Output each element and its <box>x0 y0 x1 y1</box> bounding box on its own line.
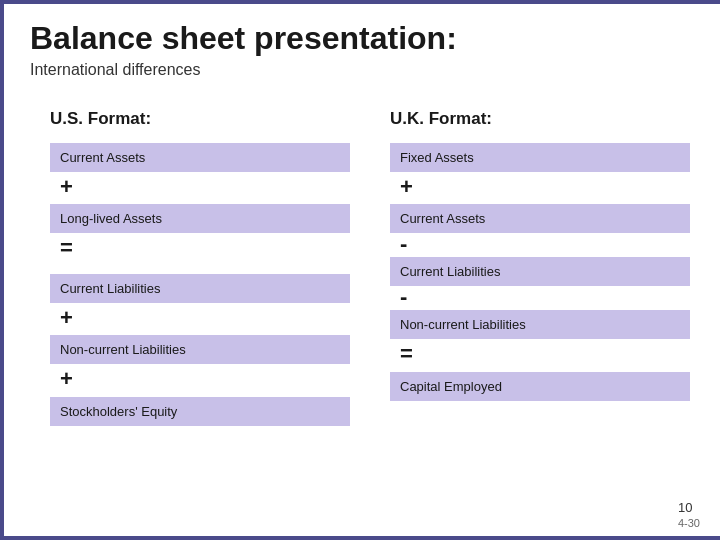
bottom-border <box>0 536 720 540</box>
uk-item-current-liabilities: Current Liabilities <box>390 257 690 286</box>
uk-item-row-0: Fixed Assets + <box>390 143 690 202</box>
uk-format-title: U.K. Format: <box>390 109 690 129</box>
uk-item-noncurrent-liabilities: Non-current Liabilities <box>390 310 690 339</box>
us-item-longlived-assets: Long-lived Assets <box>50 204 350 233</box>
uk-format-column: U.K. Format: Fixed Assets + Current Asse… <box>390 109 690 428</box>
us-item-current-liabilities: Current Liabilities <box>50 274 350 303</box>
us-operator-1: = <box>50 233 350 263</box>
uk-operator-0: + <box>390 172 690 202</box>
us-item-row-0: Current Assets + <box>50 143 350 202</box>
uk-item-row-2: Current Liabilities - <box>390 257 690 308</box>
left-border <box>0 0 4 540</box>
us-item-stockholders-equity: Stockholders' Equity <box>50 397 350 426</box>
us-item-current-assets: Current Assets <box>50 143 350 172</box>
main-title: Balance sheet presentation: <box>30 20 690 57</box>
us-item-row-4: Stockholders' Equity <box>50 397 350 426</box>
us-format-column: U.S. Format: Current Assets + Long-lived… <box>50 109 350 428</box>
top-border <box>0 0 720 4</box>
page-num-sub: 4-30 <box>678 517 700 529</box>
page-num-main: 10 <box>678 500 692 515</box>
page-number: 10 4-30 <box>678 500 700 530</box>
us-item-row-3: Non-current Liabilities + <box>50 335 350 394</box>
uk-item-row-1: Current Assets - <box>390 204 690 255</box>
uk-item-capital-employed: Capital Employed <box>390 372 690 401</box>
us-item-row-1: Long-lived Assets = <box>50 204 350 263</box>
us-operator-2: + <box>50 303 350 333</box>
us-item-row-2: Current Liabilities + <box>50 274 350 333</box>
uk-item-fixed-assets: Fixed Assets <box>390 143 690 172</box>
columns-container: U.S. Format: Current Assets + Long-lived… <box>30 109 690 428</box>
uk-item-row-4: Capital Employed <box>390 372 690 401</box>
us-spacer <box>50 266 350 274</box>
uk-operator-2: - <box>390 286 690 308</box>
us-operator-3: + <box>50 364 350 394</box>
us-item-noncurrent-liabilities: Non-current Liabilities <box>50 335 350 364</box>
uk-item-row-3: Non-current Liabilities = <box>390 310 690 369</box>
uk-item-current-assets: Current Assets <box>390 204 690 233</box>
subtitle: International differences <box>30 61 690 79</box>
us-format-title: U.S. Format: <box>50 109 350 129</box>
us-operator-0: + <box>50 172 350 202</box>
uk-operator-3: = <box>390 339 690 369</box>
uk-operator-1: - <box>390 233 690 255</box>
